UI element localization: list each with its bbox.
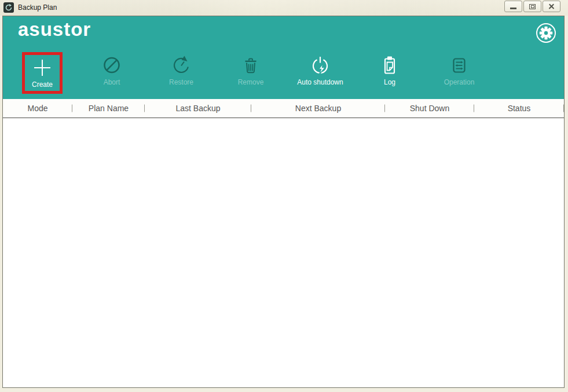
plan-table-header: Mode Plan Name Last Backup Next Backup S… bbox=[3, 99, 564, 118]
maximize-button[interactable] bbox=[523, 1, 541, 12]
window-title: Backup Plan bbox=[18, 0, 57, 16]
toolbar-label: Auto shutdown bbox=[297, 78, 343, 86]
toolbar-label: Log bbox=[384, 78, 395, 86]
minimize-icon bbox=[510, 8, 516, 9]
column-header-last-backup: Last Backup bbox=[145, 104, 251, 113]
maximize-icon bbox=[529, 4, 536, 9]
backup-app-icon bbox=[3, 2, 14, 13]
settings-button[interactable] bbox=[536, 23, 556, 43]
power-bolt-icon bbox=[309, 54, 332, 77]
minimize-button[interactable] bbox=[504, 1, 522, 12]
toolbar-label: Abort bbox=[104, 78, 120, 86]
column-header-plan-name: Plan Name bbox=[72, 104, 145, 113]
restore-icon bbox=[170, 54, 193, 77]
sliders-icon bbox=[448, 54, 471, 77]
titlebar[interactable]: Backup Plan bbox=[0, 0, 568, 16]
toolbar-label: Remove bbox=[238, 78, 264, 86]
toolbar-button-log[interactable]: Log bbox=[355, 52, 424, 97]
window-controls bbox=[503, 1, 560, 12]
toolbar-label: Operation bbox=[444, 78, 475, 86]
toolbar-button-create[interactable]: Create bbox=[8, 52, 77, 97]
plan-list-area bbox=[3, 118, 564, 387]
toolbar: Create Abort bbox=[8, 52, 494, 97]
app-header: asustor bbox=[3, 16, 564, 99]
column-header-shut-down: Shut Down bbox=[385, 104, 474, 113]
gear-icon bbox=[536, 23, 556, 43]
asustor-logo: asustor bbox=[18, 19, 91, 41]
close-button[interactable] bbox=[543, 1, 560, 12]
plus-icon bbox=[31, 56, 54, 79]
toolbar-label: Restore bbox=[169, 78, 193, 86]
toolbar-button-remove[interactable]: Remove bbox=[216, 52, 285, 97]
close-icon bbox=[548, 3, 555, 10]
toolbar-button-auto-shutdown[interactable]: Auto shutdown bbox=[285, 52, 355, 97]
column-header-status: Status bbox=[474, 104, 564, 113]
column-header-next-backup: Next Backup bbox=[251, 104, 385, 113]
trash-icon bbox=[239, 54, 262, 77]
toolbar-button-operation[interactable]: Operation bbox=[424, 52, 494, 97]
clipboard-icon bbox=[378, 54, 401, 77]
column-header-mode: Mode bbox=[3, 104, 72, 113]
toolbar-button-restore[interactable]: Restore bbox=[146, 52, 216, 97]
abort-icon bbox=[100, 54, 123, 77]
window-body: asustor bbox=[2, 16, 565, 388]
toolbar-label: Create bbox=[32, 80, 53, 89]
toolbar-button-abort[interactable]: Abort bbox=[77, 52, 146, 97]
